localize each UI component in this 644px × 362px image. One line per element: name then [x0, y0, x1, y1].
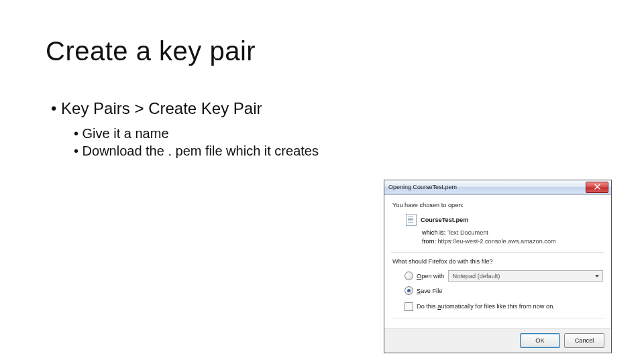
cancel-button[interactable]: Cancel [564, 333, 604, 348]
which-is-value: Text Document [447, 229, 488, 236]
from-label: from: [422, 238, 436, 245]
bullet-level2-name: Give it a name [74, 126, 169, 141]
auto-checkbox[interactable] [405, 302, 413, 311]
close-icon [594, 184, 600, 191]
from-value: https://eu-west-2.console.aws.amazon.com [438, 238, 556, 245]
bullet-level1: Key Pairs > Create Key Pair [51, 99, 262, 118]
which-is-label: which is: [422, 229, 445, 236]
ok-button[interactable]: OK [520, 333, 560, 348]
app-select[interactable]: Notepad (default) [448, 270, 603, 282]
auto-label: Do this automatically for files like thi… [417, 303, 555, 310]
radio-open-with[interactable] [405, 272, 413, 280]
file-meta: which is: Text Document from: https://eu… [422, 229, 603, 247]
intro-text: You have chosen to open: [392, 202, 603, 208]
dialog-titlebar[interactable]: Opening CourseTest.pem [384, 180, 611, 194]
bullet-level2-download: Download the . pem file which it creates [74, 143, 319, 159]
download-dialog: Opening CourseTest.pem You have chosen t… [384, 180, 612, 353]
open-with-radio-row[interactable]: Open with Notepad (default) [405, 270, 603, 282]
filename: CourseTest.pem [421, 217, 468, 223]
separator [391, 318, 604, 318]
radio-save-file[interactable] [405, 286, 413, 295]
document-icon [406, 214, 417, 226]
save-file-label: Save File [417, 288, 442, 294]
app-select-value: Notepad (default) [452, 273, 500, 280]
question-text: What should Firefox do with this file? [392, 258, 603, 265]
dialog-body: You have chosen to open: CourseTest.pem … [384, 194, 611, 328]
save-file-radio-row[interactable]: Save File [405, 285, 603, 297]
separator [391, 252, 604, 253]
dialog-footer: OK Cancel [384, 328, 611, 353]
open-with-label: Open with [417, 273, 444, 280]
close-button[interactable] [586, 182, 608, 193]
slide-title: Create a key pair [46, 36, 256, 66]
dialog-title-text: Opening CourseTest.pem [388, 184, 457, 190]
auto-checkbox-row[interactable]: Do this automatically for files like thi… [405, 302, 603, 311]
file-row: CourseTest.pem [406, 214, 603, 226]
